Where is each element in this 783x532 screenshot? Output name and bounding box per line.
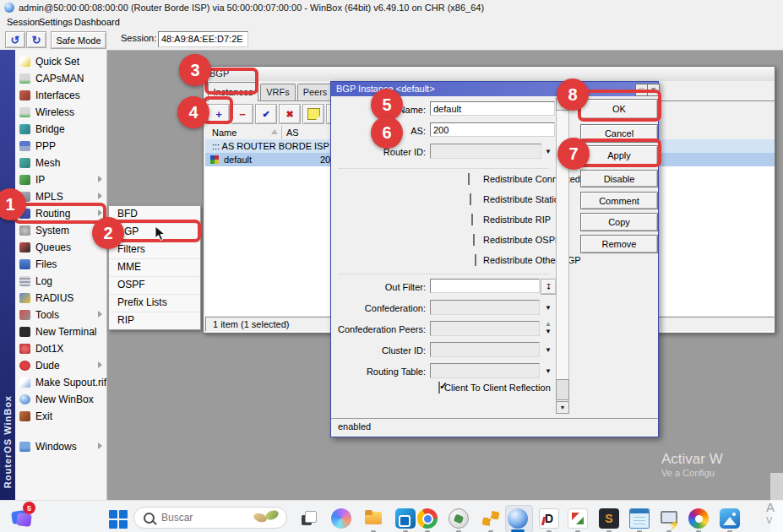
- sort-icon: [271, 129, 278, 134]
- sidebar-item-bridge[interactable]: Bridge: [15, 121, 106, 138]
- disable-button[interactable]: Disable: [580, 170, 658, 187]
- sidebar-item-make-supout[interactable]: Make Supout.rif: [15, 374, 106, 391]
- scrollbar-thumb[interactable]: [556, 379, 569, 400]
- d-app-icon[interactable]: [539, 508, 559, 529]
- spinner-up-icon[interactable]: ▲: [545, 321, 552, 328]
- tab-vrfs[interactable]: VRFs: [260, 84, 296, 100]
- sidebar-item-mesh[interactable]: Mesh: [15, 155, 106, 171]
- sidebar-item-files[interactable]: Files: [15, 256, 106, 273]
- client-reflection-checkbox[interactable]: [438, 382, 440, 394]
- safe-mode-button[interactable]: Safe Mode: [51, 31, 106, 49]
- enable-check-icon[interactable]: ✔: [255, 104, 277, 124]
- divider: [338, 168, 549, 169]
- outlook-icon[interactable]: [395, 508, 416, 529]
- sidebar-item-ip[interactable]: IP: [15, 171, 106, 188]
- mouse-cursor-icon: [155, 225, 166, 242]
- session-label: Session:: [121, 33, 156, 43]
- log-icon: [19, 276, 30, 286]
- comment-button[interactable]: Comment: [580, 192, 658, 209]
- sidebar-item-log[interactable]: Log: [15, 273, 106, 290]
- file-explorer-icon[interactable]: [363, 508, 383, 529]
- remove-button[interactable]: Remove: [580, 235, 658, 253]
- menu-settings[interactable]: Settings: [35, 16, 76, 29]
- sidebar-item-exit[interactable]: Exit: [15, 408, 106, 425]
- virtualbox-icon[interactable]: [449, 508, 469, 529]
- routing-submenu-rip[interactable]: RIP: [109, 312, 200, 329]
- out-filter-field[interactable]: [430, 279, 540, 293]
- sidebar-item-wireless[interactable]: Wireless: [15, 104, 106, 121]
- annotation-box-routing: [14, 203, 106, 224]
- routing-submenu-filters[interactable]: Filters: [109, 242, 200, 259]
- sidebar-item-capsman[interactable]: CAPsMAN: [15, 70, 106, 87]
- remote-desktop-icon[interactable]: [659, 508, 679, 529]
- toolbar: ↺ ↻ Safe Mode Session: 48:A9:8A:EE:D7:2E: [0, 30, 783, 51]
- terminal-icon: [19, 327, 30, 337]
- notepad-icon[interactable]: [629, 508, 650, 529]
- scanner-app-icon[interactable]: [568, 508, 588, 529]
- files-icon: [19, 259, 30, 269]
- name-field[interactable]: [430, 101, 555, 116]
- sidebar-item-dude[interactable]: Dude: [15, 357, 106, 374]
- as-field[interactable]: [430, 122, 555, 137]
- chrome-icon[interactable]: [417, 508, 438, 529]
- cluster-id-field[interactable]: [430, 342, 540, 357]
- menu-dashboard[interactable]: Dashboard: [71, 16, 123, 29]
- redistribute-static-checkbox[interactable]: [470, 193, 471, 205]
- scroll-down-icon[interactable]: ▼: [556, 401, 569, 414]
- column-as[interactable]: AS: [286, 126, 299, 139]
- brand-vertical-text: RouterOS WinBox: [3, 395, 13, 488]
- comment-note-icon[interactable]: [302, 104, 324, 124]
- routing-submenu-mme[interactable]: MME: [109, 259, 200, 277]
- redistribute-other-bgp-checkbox[interactable]: [475, 254, 476, 266]
- copilot-icon[interactable]: [331, 508, 351, 529]
- sidebar-item-dot1x[interactable]: Dot1X: [15, 340, 106, 357]
- dot1x-icon: [19, 344, 30, 354]
- redistribute-connected-checkbox[interactable]: [468, 173, 470, 185]
- sidebar-item-interfaces[interactable]: Interfaces: [15, 87, 106, 104]
- tab-peers[interactable]: Peers: [297, 84, 333, 100]
- dropdown-arrow-icon[interactable]: ▼: [545, 149, 552, 155]
- step-8-badge: 8: [557, 79, 589, 111]
- photos-icon[interactable]: [720, 508, 740, 529]
- session-field[interactable]: 48:A9:8A:EE:D7:2E: [158, 31, 248, 47]
- routing-submenu-prefix-lists[interactable]: Prefix Lists: [109, 295, 200, 312]
- confederation-peers-field[interactable]: [430, 321, 540, 336]
- step-7-badge: 7: [557, 138, 590, 170]
- redistribute-ospf-checkbox[interactable]: [473, 234, 475, 246]
- task-view-icon[interactable]: [299, 508, 319, 529]
- sidebar-item-ppp[interactable]: PPP: [15, 138, 106, 155]
- sidebar-item-quick-set[interactable]: Quick Set: [15, 53, 106, 70]
- sidebar-item-windows[interactable]: Windows: [15, 438, 106, 455]
- column-name[interactable]: Name: [212, 126, 237, 139]
- dropdown-list-icon[interactable]: ↧: [541, 279, 557, 295]
- sidebar-item-radius[interactable]: RADIUS: [15, 290, 106, 307]
- quick-set-icon: [19, 57, 30, 67]
- start-button[interactable]: [109, 510, 128, 529]
- sidebar-item-new-winbox[interactable]: New WinBox: [15, 391, 106, 408]
- dropdown-arrow-icon[interactable]: ▼: [545, 347, 552, 354]
- spinner-down-icon[interactable]: ▼: [545, 328, 552, 335]
- dropdown-arrow-icon[interactable]: ▼: [545, 305, 552, 312]
- color-wheel-icon[interactable]: [688, 508, 709, 529]
- dropdown-arrow-icon[interactable]: ▼: [545, 368, 552, 375]
- sidebar-item-tools[interactable]: Tools: [15, 307, 106, 323]
- bridge-icon: [19, 124, 30, 134]
- remove-icon[interactable]: −: [231, 104, 253, 124]
- undo-icon[interactable]: ↺: [5, 31, 25, 48]
- sublime-text-icon[interactable]: [599, 508, 619, 529]
- supout-file-icon: [19, 377, 30, 388]
- router-id-field[interactable]: [430, 144, 541, 159]
- routing-table-field[interactable]: [430, 363, 540, 378]
- confederation-field[interactable]: [430, 300, 540, 315]
- winbox-taskbar-icon[interactable]: [508, 508, 528, 529]
- sidebar-item-new-terminal[interactable]: New Terminal: [15, 323, 106, 340]
- activate-windows-watermark-line2: Ve a Configu: [661, 468, 715, 478]
- gns3-icon[interactable]: [481, 508, 501, 529]
- redo-icon[interactable]: ↻: [26, 31, 46, 48]
- copy-button[interactable]: Copy: [580, 213, 658, 231]
- redistribute-rip-checkbox[interactable]: [471, 214, 473, 225]
- winbox-app-icon: [4, 3, 14, 13]
- routing-submenu-ospf[interactable]: OSPF: [109, 277, 200, 295]
- sidebar-item-queues[interactable]: Queues: [15, 239, 106, 256]
- disable-x-icon[interactable]: ✖: [279, 104, 301, 124]
